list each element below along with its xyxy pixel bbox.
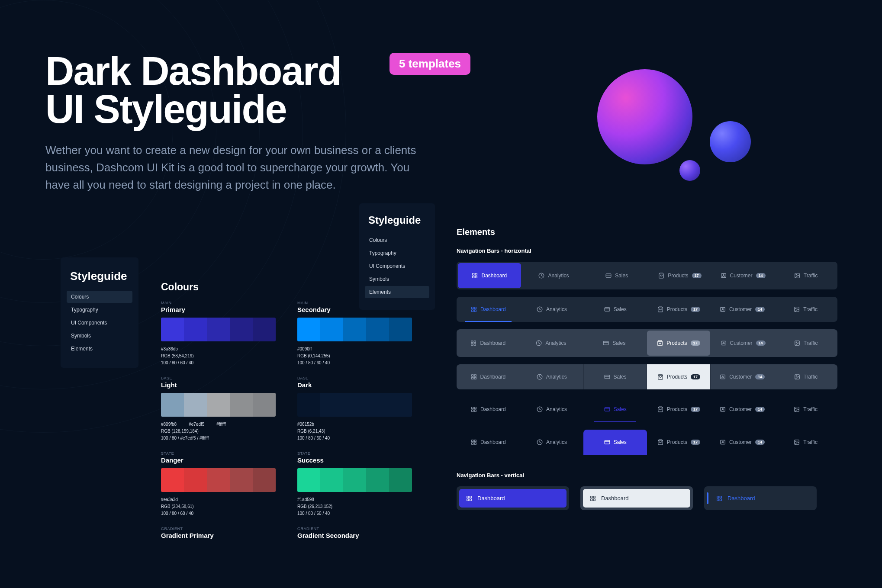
card-icon [603, 340, 609, 346]
svg-rect-77 [593, 496, 595, 498]
svg-rect-63 [472, 443, 473, 444]
nav-item-products[interactable]: Products17 [647, 397, 711, 422]
nav-vertical-heading: Navigation Bars - vertical [457, 472, 837, 479]
clock-icon [537, 374, 543, 380]
svg-rect-82 [720, 499, 721, 501]
svg-rect-53 [605, 408, 610, 411]
sidebar-item-elements[interactable]: Elements [67, 343, 132, 355]
svg-rect-29 [603, 341, 608, 345]
svg-rect-78 [593, 499, 595, 501]
image-icon [794, 374, 800, 380]
nav-item-traffic[interactable]: Traffic [774, 262, 837, 289]
nav-item-dashboard[interactable]: Dashboard [457, 364, 520, 389]
nav-item-sales[interactable]: Sales [583, 397, 647, 422]
nav-item-customer[interactable]: Customer14 [711, 297, 774, 322]
nav-item-sales[interactable]: Sales [583, 430, 647, 455]
svg-rect-0 [473, 273, 474, 275]
nav-item-customer[interactable]: Customer14 [711, 397, 774, 422]
sidebar-item-typography[interactable]: Typography [365, 247, 429, 259]
nav-horizontal-heading: Navigation Bars - horizontal [457, 247, 837, 254]
card-icon [604, 374, 610, 380]
nav-item-products[interactable]: Products17 [647, 331, 710, 356]
sidebar-item-ui-components[interactable]: UI Components [365, 260, 429, 272]
styleguide-panel-1: Styleguide Colours Typography UI Compone… [61, 257, 138, 368]
decoration-sphere-medium [710, 121, 751, 162]
colour-block-primary: MAIN Primary #3a36dbRGB (58,54,219)100 /… [161, 301, 276, 366]
page-title: Dark DashboardUI Styleguide [45, 52, 465, 129]
nav-item-traffic[interactable]: Traffic [774, 364, 837, 389]
sidebar-item-symbols[interactable]: Symbols [67, 330, 132, 342]
svg-rect-50 [474, 410, 476, 411]
sidebar-item-colours[interactable]: Colours [67, 291, 132, 303]
clock-icon [537, 439, 543, 445]
grid-icon [590, 495, 596, 501]
nav-item-customer[interactable]: Customer14 [711, 262, 775, 289]
nav-item-dashboard[interactable]: Dashboard [457, 430, 520, 455]
card-icon [605, 273, 612, 279]
nav-item-products[interactable]: Products17 [647, 430, 711, 455]
nav-item-traffic[interactable]: Traffic [774, 430, 837, 455]
svg-rect-12 [472, 307, 473, 309]
sidebar-item-colours[interactable]: Colours [365, 234, 429, 246]
colour-block-success: STATE Success #1ad598RGB (26,213,152)100… [297, 451, 412, 517]
svg-rect-48 [472, 407, 473, 409]
nav-item-analytics[interactable]: Analytics [520, 329, 583, 357]
svg-point-59 [795, 408, 796, 409]
nav-item-traffic[interactable]: Traffic [774, 297, 837, 322]
nav-item-products[interactable]: Products17 [648, 262, 711, 289]
image-icon [794, 306, 800, 312]
svg-rect-39 [471, 377, 473, 379]
nav-item-traffic[interactable]: Traffic [774, 397, 837, 422]
nav-item-analytics[interactable]: Analytics [520, 297, 584, 322]
count-badge: 14 [756, 273, 766, 278]
user-icon [720, 374, 726, 380]
page-subtitle: Wether you want to create a new design f… [45, 141, 426, 194]
svg-point-45 [722, 376, 723, 377]
svg-rect-26 [474, 344, 476, 345]
decoration-sphere-large [597, 69, 692, 164]
colour-block-light: BASE Light #809fb8#e7edf5#ffffffRGB (128… [161, 376, 276, 442]
nav-item-dashboard[interactable]: Dashboard [457, 397, 520, 422]
nav-item-customer[interactable]: Customer14 [711, 364, 774, 389]
svg-point-9 [723, 275, 724, 276]
count-badge: 17 [691, 440, 700, 445]
nav-item-customer[interactable]: Customer14 [711, 430, 774, 455]
clock-icon [537, 306, 543, 312]
image-icon [794, 340, 800, 346]
nav-item-products[interactable]: Products17 [647, 364, 711, 389]
svg-point-47 [796, 376, 797, 376]
nav-item-products[interactable]: Products17 [647, 297, 711, 322]
sidebar-item-typography[interactable]: Typography [67, 304, 132, 316]
decoration-sphere-small [679, 160, 700, 181]
nav-item-analytics[interactable]: Analytics [522, 262, 586, 289]
grid-icon [716, 495, 722, 501]
count-badge: 17 [692, 273, 702, 278]
nav-item-dashboard[interactable]: Dashboard [457, 329, 520, 357]
nav-item-dashboard[interactable]: Dashboard [583, 489, 690, 508]
nav-item-dashboard[interactable]: Dashboard [457, 297, 520, 322]
nav-item-dashboard[interactable]: Dashboard [458, 263, 521, 288]
colour-block-secondary: MAIN Secondary #0090ffRGB (0,144,255)100… [297, 301, 412, 366]
count-badge: 14 [756, 341, 766, 346]
nav-item-customer[interactable]: Customer14 [711, 329, 775, 357]
grid-icon [471, 374, 477, 380]
colour-block-dark: BASE Dark #06152bRGB (6,21,43)100 / 80 /… [297, 376, 412, 442]
styleguide-title: Styleguide [67, 270, 132, 283]
nav-item-traffic[interactable]: Traffic [774, 329, 837, 357]
svg-rect-15 [472, 310, 473, 312]
nav-item-analytics[interactable]: Analytics [520, 430, 584, 455]
nav-item-sales[interactable]: Sales [584, 364, 647, 389]
nav-item-analytics[interactable]: Analytics [520, 364, 584, 389]
nav-item-dashboard[interactable]: Dashboard [459, 489, 567, 508]
nav-item-sales[interactable]: Sales [585, 262, 648, 289]
nav-item-sales[interactable]: Sales [583, 329, 646, 357]
svg-rect-14 [474, 310, 476, 312]
nav-item-sales[interactable]: Sales [583, 297, 647, 322]
sidebar-item-ui-components[interactable]: UI Components [67, 317, 132, 329]
nav-item-dashboard[interactable]: Dashboard [707, 489, 814, 508]
svg-rect-73 [470, 496, 471, 498]
svg-rect-3 [473, 276, 474, 278]
colours-heading: Colours [161, 281, 412, 293]
nav-item-analytics[interactable]: Analytics [520, 397, 584, 422]
grid-icon [472, 273, 478, 279]
